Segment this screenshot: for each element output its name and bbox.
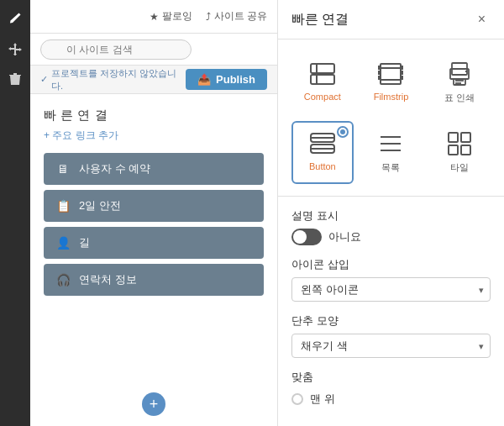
following-label: 팔로잉 [162,9,192,24]
alignment-section: 맞춤 맨 위 [278,370,504,418]
selected-radio [337,126,349,138]
svg-rect-4 [381,64,401,84]
tile-icon [448,131,471,156]
top-bar-actions: ★ 팔로잉 ⤴ 사이트 공유 [150,9,267,24]
button-label: Button [309,161,336,171]
icon-insert-label: 아이콘 삽입 [291,257,491,272]
publish-label: Publish [216,73,255,86]
svg-rect-14 [450,69,469,79]
view-option-tile[interactable]: 타일 [428,121,491,184]
icon-select-wrapper: 왼쪽 아이콘 오른쪽 아이콘 아이콘 없음 ▾ [291,277,491,302]
toolbar-delete-icon[interactable] [3,67,27,91]
quick-links-title: 빠 른 연 결 [44,108,264,124]
svg-rect-16 [465,71,467,72]
status-text: ✓ 프로젝트를 저장하지 않았습니다. [40,67,179,92]
svg-rect-10 [401,66,403,69]
nav-icon-2: 👤 [55,235,71,250]
list-label: 목록 [381,161,400,174]
align-option-label: 맨 위 [310,392,335,407]
share-icon: ⤴ [206,11,211,23]
svg-rect-1 [311,75,334,84]
add-circle-button[interactable]: + [142,392,165,416]
svg-rect-26 [449,133,458,142]
star-icon: ★ [150,11,159,23]
top-bar: ★ 팔로잉 ⤴ 사이트 공유 [30,0,277,34]
search-input[interactable] [40,39,192,60]
nav-icon-0: 🖥 [55,161,71,176]
search-wrapper: 🔍 [40,39,192,60]
close-button[interactable]: × [473,10,491,29]
svg-rect-7 [378,66,381,69]
nav-icon-3: 🎧 [55,272,71,287]
shape-label: 단추 모양 [291,313,491,329]
filmstrip-label: Filmstrip [374,92,409,102]
view-option-button[interactable]: Button [291,121,354,184]
description-setting: 설명 표시 아니요 [291,208,491,245]
svg-rect-27 [461,133,470,142]
compact-label: Compact [304,92,341,102]
nav-icon-1: 📋 [55,198,71,213]
nav-item-1[interactable]: 📋 2일 안전 [44,190,264,222]
desc-toggle[interactable] [291,229,322,245]
panel-title: 빠른 연결 [291,11,349,29]
publish-icon: 📤 [197,73,211,86]
nav-label-1: 2일 안전 [79,198,121,213]
view-option-print[interactable]: 표 인쇄 [428,51,491,114]
icon-select[interactable]: 왼쪽 아이콘 오른쪽 아이콘 아이콘 없음 [291,277,491,302]
svg-rect-28 [449,145,458,155]
status-bar: ✓ 프로젝트를 저장하지 않았습니다. 📤 Publish [30,66,277,94]
toolbar-move-icon[interactable] [3,37,27,60]
compact-icon [310,61,335,87]
toggle-knob [293,230,307,244]
add-link-button[interactable]: + 주요 링크 추가 [44,129,264,143]
page-content: 빠 른 연 결 + 주요 링크 추가 🖥 사용자 수 예약 📋 2일 안전 👤 … [30,94,277,426]
svg-rect-0 [311,64,334,73]
status-message: 프로젝트를 저장하지 않았습니다. [51,67,179,92]
nav-label-0: 사용자 수 예약 [79,161,150,176]
align-top-option[interactable]: 맨 위 [291,392,491,407]
check-icon: ✓ [40,74,48,85]
settings-section: 설명 표시 아니요 아이콘 삽입 왼쪽 아이콘 오른쪽 아이콘 아이콘 없음 ▾ [278,197,504,370]
search-bar: 🔍 [30,34,277,66]
view-option-filmstrip[interactable]: Filmstrip [360,51,423,114]
tile-label: 타일 [450,161,469,174]
view-options-grid: Compact Filmstrip [278,39,504,197]
shape-select-wrapper: 채우기 색 윤곽선 텍스트만 ▾ [291,334,491,358]
view-option-compact[interactable]: Compact [291,51,354,114]
nav-label-3: 연락처 정보 [79,272,137,287]
share-label: 사이트 공유 [214,9,267,24]
svg-rect-11 [401,71,403,74]
desc-label: 설명 표시 [291,208,491,224]
svg-rect-12 [401,76,403,79]
nav-item-2[interactable]: 👤 길 [44,227,264,259]
toolbar-edit-icon[interactable] [3,7,27,30]
panel-header: 빠른 연결 × [278,0,504,39]
publish-button[interactable]: 📤 Publish [186,69,267,90]
following-link[interactable]: ★ 팔로잉 [150,9,192,24]
print-label: 표 인쇄 [444,92,475,104]
right-panel: 빠른 연결 × Compact [277,0,504,426]
nav-item-3[interactable]: 🎧 연락처 정보 [44,264,264,296]
icon-setting: 아이콘 삽입 왼쪽 아이콘 오른쪽 아이콘 아이콘 없음 ▾ [291,257,491,302]
alignment-label: 맞춤 [291,370,491,385]
nav-item-0[interactable]: 🖥 사용자 수 예약 [44,153,264,185]
svg-rect-8 [378,71,381,74]
print-icon [448,61,471,87]
shape-select[interactable]: 채우기 색 윤곽선 텍스트만 [291,334,491,358]
svg-rect-9 [378,76,381,79]
shape-setting: 단추 모양 채우기 색 윤곽선 텍스트만 ▾ [291,313,491,358]
align-radio [291,393,303,405]
main-area: ★ 팔로잉 ⤴ 사이트 공유 🔍 ✓ 프로젝트를 저장하지 않았습니다. 📤 P… [30,0,277,426]
nav-label-2: 길 [79,235,90,250]
left-toolbar [0,0,30,426]
list-icon [379,131,402,156]
toggle-text: 아니요 [328,229,361,245]
button-view-icon [310,131,335,156]
share-link[interactable]: ⤴ 사이트 공유 [206,9,267,24]
svg-rect-15 [454,79,465,85]
view-option-list[interactable]: 목록 [360,121,423,184]
toggle-row: 아니요 [291,229,491,245]
svg-rect-29 [461,145,470,155]
filmstrip-icon [378,61,403,87]
